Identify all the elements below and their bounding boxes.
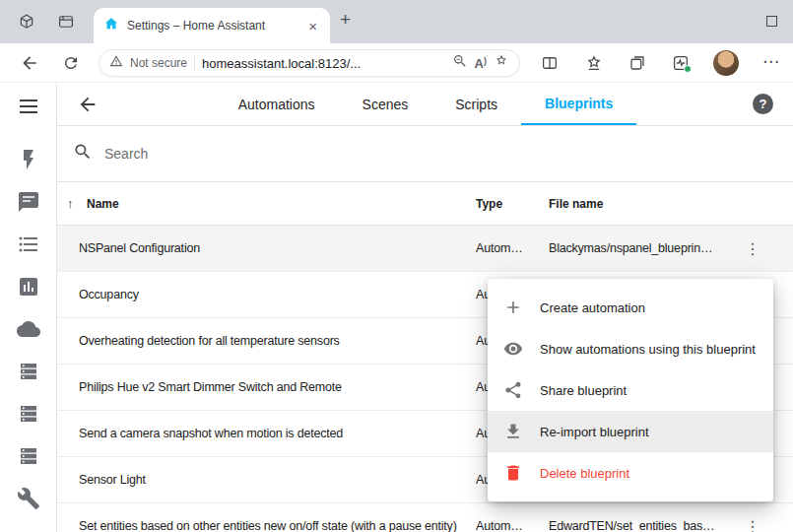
- row-name: Occupancy: [79, 272, 473, 318]
- browser-window: Settings – Home Assistant × + Not secure…: [0, 0, 793, 532]
- sidebar-item-energy[interactable]: [17, 148, 40, 175]
- window-maximize-button[interactable]: [766, 16, 777, 27]
- url-text[interactable]: homeassistant.local:8123/...: [202, 56, 445, 71]
- row-file: Blackymas/nspanel_blueprin…: [549, 226, 746, 272]
- settings-menu-icon[interactable]: ⋯: [762, 51, 779, 72]
- menu-item-create-automation[interactable]: Create automation: [488, 287, 773, 328]
- browser-tab[interactable]: Settings – Home Assistant ×: [94, 8, 330, 43]
- tab-scripts[interactable]: Scripts: [431, 83, 521, 125]
- sort-ascending-icon[interactable]: ↑: [67, 182, 74, 226]
- row-name: Set entities based on other entities new…: [79, 503, 473, 532]
- sidebar-item-cloud[interactable]: [17, 317, 40, 345]
- blueprint-tabs: Automations Scenes Scripts Blueprints: [99, 83, 753, 125]
- sidebar-item-history[interactable]: [17, 275, 40, 302]
- row-name: Sensor Light: [79, 457, 473, 503]
- browser-titlebar: Settings – Home Assistant × +: [0, 0, 793, 43]
- table-header: ↑ Name Type File name: [57, 182, 793, 226]
- security-label[interactable]: Not secure: [130, 56, 187, 70]
- menu-item-delete-blueprint[interactable]: Delete blueprint: [488, 452, 773, 494]
- menu-item-reimport-blueprint[interactable]: Re-import blueprint: [488, 411, 773, 452]
- home-assistant-favicon: [103, 16, 119, 35]
- address-divider: [194, 56, 195, 70]
- menu-item-label: Delete blueprint: [540, 466, 629, 481]
- back-icon[interactable]: [20, 53, 39, 77]
- menu-item-show-automations[interactable]: Show automations using this blueprint: [488, 328, 773, 369]
- search-bar: [57, 126, 793, 182]
- row-file: EdwardTEN/set_entities_bas…: [549, 503, 746, 532]
- workspaces-icon[interactable]: [18, 13, 35, 34]
- eye-icon: [503, 339, 523, 359]
- search-input[interactable]: [104, 146, 420, 162]
- read-aloud-icon[interactable]: A): [475, 56, 487, 71]
- row-type: Autom…: [476, 226, 541, 272]
- browser-essentials-icon[interactable]: [672, 54, 690, 76]
- plus-icon: [503, 298, 523, 317]
- row-overflow-menu-icon[interactable]: ⋮: [744, 503, 761, 532]
- table-row[interactable]: Set entities based on other entities new…: [57, 503, 793, 532]
- sidebar-item-chat[interactable]: [17, 190, 40, 218]
- help-icon[interactable]: ?: [753, 94, 773, 114]
- row-name: Philips Hue v2 Smart Dimmer Switch and R…: [79, 365, 473, 411]
- app-back-icon[interactable]: [77, 94, 99, 115]
- tab-title: Settings – Home Assistant: [127, 19, 305, 33]
- tab-close-icon[interactable]: ×: [305, 18, 320, 34]
- favorites-icon[interactable]: [585, 54, 603, 76]
- ha-sidebar: [0, 83, 57, 532]
- collections-icon[interactable]: [628, 54, 646, 76]
- column-header-file[interactable]: File name: [549, 182, 603, 226]
- sidebar-item-developer-tools[interactable]: [17, 487, 40, 514]
- menu-item-label: Create automation: [540, 300, 645, 315]
- table-row[interactable]: NSPanel Configuration Autom… Blackymas/n…: [57, 226, 793, 272]
- zoom-out-icon[interactable]: [452, 53, 468, 73]
- download-icon: [503, 422, 523, 441]
- menu-item-label: Show automations using this blueprint: [540, 342, 756, 357]
- sidebar-item-logbook[interactable]: [17, 233, 40, 260]
- tab-blueprints[interactable]: Blueprints: [521, 83, 636, 125]
- trash-icon: [503, 463, 523, 483]
- row-type: Autom…: [476, 503, 541, 532]
- share-icon: [503, 380, 523, 400]
- row-name: Overheating detection for all temperatur…: [79, 318, 473, 365]
- profile-avatar[interactable]: [713, 50, 739, 76]
- menu-item-label: Share blueprint: [540, 383, 627, 398]
- status-dot: [684, 65, 692, 73]
- row-name: NSPanel Configuration: [79, 226, 473, 272]
- search-icon[interactable]: [73, 142, 93, 166]
- tab-automations[interactable]: Automations: [215, 83, 339, 125]
- app-header: Automations Scenes Scripts Blueprints ?: [57, 83, 793, 126]
- menu-item-share-blueprint[interactable]: Share blueprint: [488, 369, 773, 411]
- menu-hamburger-icon[interactable]: [17, 95, 40, 122]
- sidebar-item-server-1[interactable]: [17, 360, 40, 387]
- tab-actions-icon[interactable]: [57, 13, 75, 34]
- new-tab-button[interactable]: +: [340, 9, 351, 31]
- sidebar-item-server-2[interactable]: [17, 402, 40, 430]
- browser-navbar: Not secure homeassistant.local:8123/... …: [0, 43, 793, 83]
- refresh-icon[interactable]: [62, 54, 80, 76]
- blueprint-context-menu: Create automation Show automations using…: [488, 279, 773, 501]
- row-overflow-menu-icon[interactable]: ⋮: [744, 226, 761, 272]
- column-header-type[interactable]: Type: [476, 182, 502, 226]
- split-screen-icon[interactable]: [541, 54, 559, 76]
- menu-item-label: Re-import blueprint: [540, 425, 649, 439]
- sidebar-item-server-3[interactable]: [17, 444, 40, 472]
- address-bar[interactable]: Not secure homeassistant.local:8123/... …: [99, 49, 520, 77]
- row-name: Send a camera snapshot when motion is de…: [79, 411, 473, 457]
- warning-icon: [109, 54, 123, 72]
- favorite-star-icon[interactable]: [494, 53, 509, 73]
- column-header-name[interactable]: Name: [87, 182, 119, 226]
- tab-scenes[interactable]: Scenes: [339, 83, 432, 125]
